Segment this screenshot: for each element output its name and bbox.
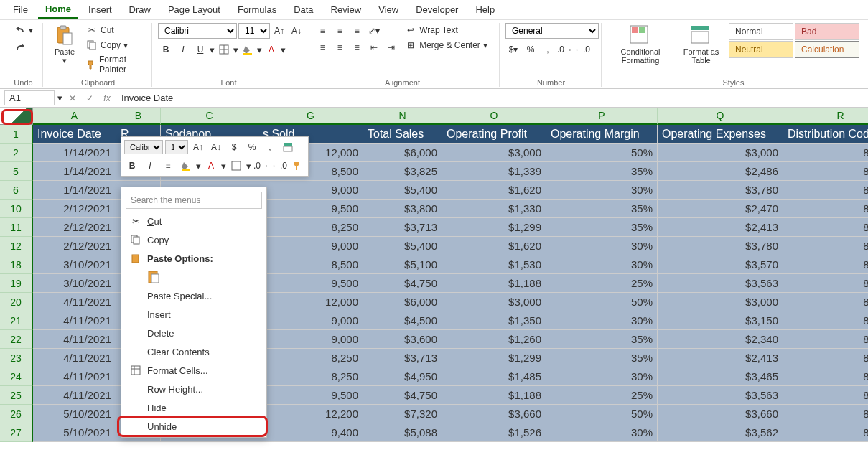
cell[interactable]: 80003 <box>783 423 868 442</box>
cell[interactable]: $3,660 <box>658 405 783 423</box>
cell[interactable]: 80004 <box>783 255 868 274</box>
cell[interactable]: $2,470 <box>658 200 783 218</box>
cell[interactable]: 80004 <box>783 386 868 405</box>
col-header-B[interactable]: B <box>116 108 161 125</box>
cell[interactable]: $5,100 <box>363 255 442 274</box>
cell[interactable]: 9,500 <box>258 200 363 218</box>
cell[interactable]: 80007 <box>783 181 868 200</box>
cell[interactable]: $3,000 <box>442 293 546 311</box>
cell[interactable]: 50% <box>546 293 658 311</box>
mini-dec-decimal[interactable]: ←.0 <box>271 158 287 174</box>
row-header-23[interactable]: 23 <box>0 349 33 367</box>
cell[interactable]: $3,780 <box>658 237 783 255</box>
ctx-insert[interactable]: Insert <box>121 305 266 324</box>
cell[interactable]: 4/11/2021 <box>33 311 116 330</box>
cell[interactable]: $6,000 <box>363 293 442 311</box>
cell[interactable]: 80007 <box>783 367 868 386</box>
cell[interactable]: 4/11/2021 <box>33 293 116 311</box>
cell[interactable]: $2,486 <box>658 162 783 181</box>
cell[interactable]: $1,188 <box>442 386 546 405</box>
cell[interactable]: 80002 <box>783 274 868 293</box>
ctx-paste-special[interactable]: Paste Special... <box>121 286 266 305</box>
cell[interactable]: $1,526 <box>442 423 546 442</box>
style-bad[interactable]: Bad <box>795 23 859 40</box>
bold-button[interactable]: B <box>158 42 174 57</box>
style-calculation[interactable]: Calculation <box>795 41 859 58</box>
align-center-button[interactable]: ≡ <box>332 39 347 55</box>
cell[interactable]: $4,750 <box>363 274 442 293</box>
cell[interactable]: 35% <box>546 162 658 181</box>
cell[interactable]: 80007 <box>783 200 868 218</box>
cell[interactable]: $1,530 <box>442 255 546 274</box>
cell[interactable]: 9,500 <box>258 386 363 405</box>
cell[interactable]: 25% <box>546 386 658 405</box>
cell[interactable]: 2/12/2021 <box>33 200 116 218</box>
cell[interactable]: 80006 <box>783 162 868 181</box>
cell[interactable]: $1,620 <box>442 237 546 255</box>
percent-button[interactable]: % <box>523 42 538 57</box>
cell[interactable]: 30% <box>546 423 658 442</box>
cell[interactable]: 9,500 <box>258 274 363 293</box>
accounting-button[interactable]: $▾ <box>505 42 521 57</box>
menu-draw[interactable]: Draw <box>122 2 158 17</box>
menu-developer[interactable]: Developer <box>409 2 465 17</box>
grow-font-button[interactable]: A↑ <box>271 23 287 39</box>
orientation-button[interactable]: ⤢▾ <box>366 23 382 39</box>
cell[interactable]: $1,485 <box>442 367 546 386</box>
row-header-24[interactable]: 24 <box>0 367 33 386</box>
menu-home[interactable]: Home <box>38 1 78 19</box>
cell[interactable]: 5/10/2021 <box>33 405 116 423</box>
cell[interactable]: $3,660 <box>442 405 546 423</box>
row-header-25[interactable]: 25 <box>0 386 33 405</box>
align-bottom-button[interactable]: ≡ <box>349 23 365 39</box>
cell[interactable]: $3,563 <box>658 274 783 293</box>
name-box[interactable]: A1 <box>4 90 55 105</box>
menu-insert[interactable]: Insert <box>81 2 119 17</box>
cell[interactable]: $3,563 <box>658 386 783 405</box>
indent-decrease-button[interactable]: ⇤ <box>366 39 382 55</box>
cell[interactable]: $2,413 <box>658 349 783 367</box>
cell[interactable]: 30% <box>546 255 658 274</box>
row-header-5[interactable]: 5 <box>0 162 33 181</box>
enter-formula-icon[interactable]: ✓ <box>83 93 97 103</box>
cell[interactable]: 9,000 <box>258 181 363 200</box>
copy-button[interactable]: Copy ▾ <box>83 38 147 52</box>
mini-font-color[interactable]: A <box>203 158 219 174</box>
cell[interactable]: 2/12/2021 <box>33 218 116 237</box>
cell[interactable]: $1,299 <box>442 349 546 367</box>
cell[interactable]: $5,088 <box>363 423 442 442</box>
underline-button[interactable]: U <box>192 42 208 57</box>
ctx-unhide[interactable]: Unhide <box>121 417 266 436</box>
cell[interactable]: $3,000 <box>658 144 783 162</box>
comma-button[interactable]: , <box>540 42 556 57</box>
context-search[interactable]: Search the menus <box>126 192 262 209</box>
align-left-button[interactable]: ≡ <box>314 39 330 55</box>
cell[interactable]: 80004 <box>783 293 868 311</box>
mini-comma[interactable]: , <box>262 139 278 155</box>
header-cell[interactable]: Operating Expenses <box>658 125 783 144</box>
cell[interactable]: $1,620 <box>442 181 546 200</box>
col-header-A[interactable]: A <box>33 108 116 125</box>
cell[interactable]: $3,000 <box>442 144 546 162</box>
col-header-G[interactable]: G <box>258 108 363 125</box>
wrap-text-button[interactable]: ↩Wrap Text <box>402 23 490 37</box>
ctx-cut[interactable]: ✂CuCutt <box>121 212 266 230</box>
mini-inc-decimal[interactable]: .0→ <box>253 158 269 174</box>
cell[interactable]: $4,750 <box>363 386 442 405</box>
select-all-button[interactable] <box>0 108 33 125</box>
col-header-P[interactable]: P <box>546 108 658 125</box>
ctx-row-height[interactable]: Row Height... <box>121 380 266 398</box>
cell[interactable]: $2,340 <box>658 330 783 349</box>
borders-button[interactable] <box>216 42 232 57</box>
cell[interactable]: 80001 <box>783 237 868 255</box>
cell[interactable]: 35% <box>546 349 658 367</box>
cell[interactable]: $6,000 <box>363 144 442 162</box>
cell[interactable]: $3,713 <box>363 349 442 367</box>
font-color-button[interactable]: A <box>263 42 279 57</box>
mini-bold[interactable]: B <box>124 158 140 174</box>
cell[interactable]: $7,320 <box>363 405 442 423</box>
align-middle-button[interactable]: ≡ <box>332 23 347 39</box>
mini-shrink-font[interactable]: A↓ <box>208 139 224 155</box>
cell[interactable]: $1,299 <box>442 218 546 237</box>
fx-icon[interactable]: fx <box>100 93 114 103</box>
